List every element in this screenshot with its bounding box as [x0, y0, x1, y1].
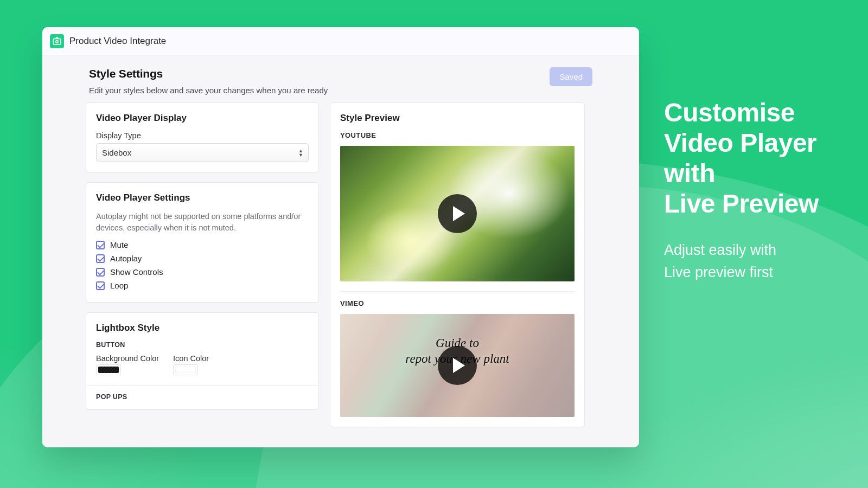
icon-color-swatch[interactable]: [173, 364, 198, 375]
display-type-label: Display Type: [96, 131, 309, 140]
app-logo-icon: [50, 34, 64, 48]
promo-headline-l4: Live Preview: [664, 189, 819, 218]
popups-section-label: POP UPS: [96, 393, 309, 401]
card-title: Lightbox Style: [96, 323, 309, 333]
vimeo-play-button[interactable]: [438, 346, 477, 385]
autoplay-label: Autoplay: [110, 254, 142, 263]
play-icon: [453, 206, 465, 221]
page-title: Style Settings: [89, 67, 328, 80]
vimeo-label: VIMEO: [340, 299, 575, 307]
app-body: Style Settings Edit your styles below an…: [42, 55, 639, 447]
autoplay-note: Autoplay might not be supported on some …: [96, 211, 309, 234]
youtube-preview-thumb: [340, 146, 575, 281]
style-preview-card: Style Preview YOUTUBE VIMEO Guide to: [330, 102, 585, 427]
saved-button[interactable]: Saved: [550, 67, 592, 86]
promo-headline-l1: Customise: [664, 98, 795, 127]
mute-label: Mute: [110, 240, 128, 249]
youtube-label: YOUTUBE: [340, 131, 575, 139]
autoplay-checkbox[interactable]: [96, 254, 105, 263]
promo-sub-l1: Adjust easily with: [664, 242, 776, 258]
play-icon: [453, 358, 465, 373]
video-player-settings-card: Video Player Settings Autoplay might not…: [86, 182, 319, 303]
card-title: Video Player Settings: [96, 192, 309, 203]
lightbox-style-card: Lightbox Style BUTTON Background Color I…: [86, 312, 319, 410]
show-controls-label: Show Controls: [110, 267, 163, 277]
card-title: Video Player Display: [96, 113, 309, 124]
display-type-select[interactable]: Sidebox: [96, 143, 309, 162]
promo-copy: Customise Video Player with Live Preview…: [664, 98, 838, 284]
promo-sub-l2: Live preview first: [664, 264, 773, 280]
svg-point-1: [56, 40, 59, 43]
video-player-display-card: Video Player Display Display Type Sidebo…: [86, 102, 319, 172]
button-section-label: BUTTON: [96, 341, 309, 349]
youtube-play-button[interactable]: [438, 194, 477, 233]
card-title: Style Preview: [340, 113, 575, 124]
mute-checkbox[interactable]: [96, 241, 105, 249]
promo-headline-l3: with: [664, 159, 715, 188]
promo-headline-l2: Video Player: [664, 129, 816, 157]
divider: [340, 291, 575, 292]
loop-label: Loop: [110, 281, 128, 290]
app-header: Product Video Integrate: [42, 27, 639, 55]
background-color-label: Background Color: [96, 354, 159, 363]
vimeo-preview-thumb: Guide to repot your new plant: [340, 314, 575, 417]
app-title: Product Video Integrate: [69, 36, 166, 47]
loop-checkbox[interactable]: [96, 281, 105, 290]
svg-rect-0: [53, 38, 61, 44]
app-window: Product Video Integrate Style Settings E…: [42, 27, 639, 447]
background-color-swatch[interactable]: [96, 364, 121, 375]
show-controls-checkbox[interactable]: [96, 268, 105, 277]
page-subtitle: Edit your styles below and save your cha…: [89, 86, 328, 95]
icon-color-label: Icon Color: [173, 354, 209, 363]
